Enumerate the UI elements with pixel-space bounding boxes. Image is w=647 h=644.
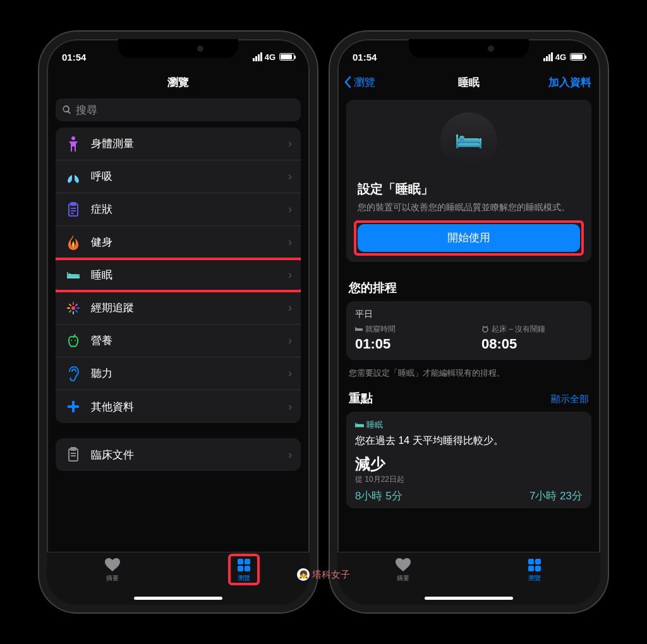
wake-col: 起床 – 沒有鬧鐘 08:05 [481, 324, 583, 352]
search-input[interactable]: 搜尋 [56, 98, 301, 121]
svg-point-0 [71, 136, 75, 140]
watermark-text: 塔科女子 [312, 569, 350, 581]
category-label: 經期追蹤 [91, 301, 288, 315]
insight-text: 您在過去 14 天平均睡得比較少。 [355, 434, 583, 448]
svg-rect-29 [245, 566, 250, 571]
category-label: 症狀 [91, 202, 288, 217]
insight-times: 8小時 5分 7小時 23分 [355, 489, 583, 503]
signal-icon [253, 52, 262, 61]
screen-browse: 瀏覽 搜尋 身體測量 › 呼吸 › 症狀 [47, 39, 310, 605]
category-label: 其他資料 [91, 400, 288, 414]
chevron-right-icon: › [288, 203, 292, 216]
screen-sleep: 瀏覽 睡眠 加入資料 設定「睡眠」 您的裝置可以改善您的睡眠品質並瞭解您的睡眠模… [337, 39, 600, 605]
category-label: 健身 [91, 235, 288, 249]
chevron-right-icon: › [288, 367, 292, 380]
svg-rect-37 [362, 328, 363, 331]
phone-sleep: 01:54 4G 瀏覽 睡眠 加入資料 設定「睡眠」 [330, 32, 608, 612]
schedule-card[interactable]: 平日 就寢時間 01:05 起床 – 沒有鬧鐘 08:05 [346, 301, 591, 360]
chevron-right-icon: › [288, 268, 292, 282]
svg-rect-32 [480, 138, 481, 148]
svg-point-11 [71, 306, 75, 310]
svg-rect-27 [245, 559, 250, 564]
show-all-link[interactable]: 顯示全部 [551, 393, 589, 405]
back-button[interactable]: 瀏覽 [344, 68, 375, 96]
flame-icon [64, 234, 82, 251]
insight-card[interactable]: 睡眠 您在過去 14 天平均睡得比較少。 減少 從 10月22日起 8小時 5分… [346, 412, 591, 508]
svg-line-41 [483, 326, 484, 327]
sleep-setup-card: 設定「睡眠」 您的裝置可以改善您的睡眠品質並瞭解您的睡眠模式。 開始使用 [346, 100, 591, 262]
nav-bar: 瀏覽 睡眠 加入資料 [337, 68, 600, 96]
body-icon [64, 135, 82, 153]
bed-icon [355, 326, 363, 332]
watermark: 👧 塔科女子 [297, 568, 350, 581]
nav-title: 瀏覽 [47, 68, 310, 96]
wake-time: 08:05 [481, 336, 583, 352]
status-time: 01:54 [62, 52, 86, 63]
network-label: 4G [555, 52, 566, 62]
category-respiratory[interactable]: 呼吸 › [56, 160, 301, 193]
cta-wrap: 開始使用 [358, 224, 580, 252]
category-hearing[interactable]: 聽力 › [56, 357, 301, 390]
bed-icon [64, 266, 82, 284]
tab-label: 瀏覽 [528, 574, 541, 583]
tab-label: 摘要 [106, 574, 119, 583]
back-label: 瀏覽 [354, 75, 375, 90]
get-started-button[interactable]: 開始使用 [358, 224, 580, 252]
category-label: 身體測量 [91, 136, 288, 151]
svg-point-34 [459, 136, 464, 141]
hero-icon-circle [440, 112, 497, 169]
insight-sub: 從 10月22日起 [355, 474, 583, 485]
add-data-button[interactable]: 加入資料 [548, 68, 591, 96]
home-indicator[interactable] [134, 597, 222, 600]
chevron-right-icon: › [288, 170, 292, 183]
svg-rect-30 [456, 143, 481, 147]
svg-rect-36 [355, 327, 356, 331]
chevron-right-icon: › [288, 400, 292, 414]
svg-rect-45 [363, 424, 364, 427]
svg-rect-49 [535, 559, 541, 564]
category-label: 睡眠 [91, 268, 288, 282]
phone-browse: 01:54 4G 瀏覽 搜尋 身體測量 › 呼吸 › [39, 32, 317, 612]
add-label: 加入資料 [548, 75, 591, 90]
svg-rect-26 [238, 559, 243, 564]
category-clinical[interactable]: 臨床文件 › [56, 438, 301, 471]
insight-time-1: 8小時 5分 [355, 489, 402, 503]
hero-title: 設定「睡眠」 [358, 181, 580, 198]
svg-rect-23 [71, 448, 76, 450]
chevron-right-icon: › [288, 137, 292, 150]
lungs-icon [64, 168, 82, 186]
schedule-title: 您的排程 [349, 280, 589, 296]
svg-rect-2 [71, 203, 76, 205]
status-right: 4G [543, 52, 585, 62]
grid-icon [236, 558, 251, 573]
bed-icon [355, 422, 364, 428]
svg-rect-7 [67, 272, 68, 278]
svg-point-47 [356, 423, 358, 424]
svg-rect-44 [355, 422, 356, 427]
heart-icon [104, 558, 121, 573]
battery-icon [570, 53, 585, 61]
svg-point-21 [75, 340, 76, 341]
hero-subtitle: 您的裝置可以改善您的睡眠品質並瞭解您的睡眠模式。 [358, 201, 580, 214]
svg-line-19 [70, 304, 71, 306]
home-indicator[interactable] [425, 597, 513, 600]
svg-rect-6 [67, 276, 80, 278]
network-label: 4G [265, 52, 275, 62]
category-fitness[interactable]: 健身 › [56, 226, 301, 259]
category-symptoms[interactable]: 症狀 › [56, 193, 301, 226]
schedule-row: 就寢時間 01:05 起床 – 沒有鬧鐘 08:05 [355, 324, 583, 352]
category-nutrition[interactable]: 營養 › [56, 325, 301, 357]
category-label: 臨床文件 [91, 448, 288, 462]
category-label: 聽力 [91, 366, 288, 381]
category-list: 身體測量 › 呼吸 › 症狀 › 健身 › [56, 128, 301, 423]
category-other[interactable]: 其他資料 › [56, 390, 301, 423]
secondary-list: 臨床文件 › [56, 438, 301, 471]
category-sleep[interactable]: 睡眠 › [56, 259, 301, 292]
svg-point-10 [69, 273, 71, 275]
category-body[interactable]: 身體測量 › [56, 128, 301, 160]
search-placeholder: 搜尋 [76, 103, 97, 117]
category-cycle[interactable]: 經期追蹤 › [56, 292, 301, 325]
insight-big: 減少 [355, 454, 583, 474]
chevron-right-icon: › [288, 301, 292, 314]
nav-title: 睡眠 [458, 75, 480, 90]
